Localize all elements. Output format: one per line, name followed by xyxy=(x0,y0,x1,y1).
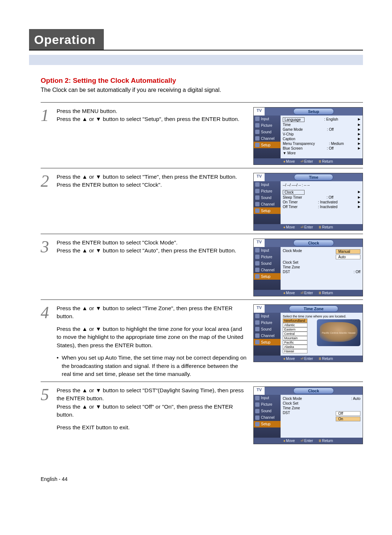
menu-sleep-timer[interactable]: Sleep Timer xyxy=(283,195,302,199)
step-2-line-1: Press the ▲ or ▼ button to select "Time"… xyxy=(57,173,248,181)
nav-input[interactable]: Input xyxy=(254,115,281,122)
step-4-text: Press the ▲ or ▼ button to select "Time … xyxy=(57,304,253,378)
step-number: 5 xyxy=(41,386,57,444)
step-number: 3 xyxy=(41,239,57,296)
menu-clock-set[interactable]: Clock Set xyxy=(283,401,298,405)
nav-sound[interactable]: Sound xyxy=(254,129,281,135)
step-1: 1 Press the MENU button. Press the ▲ or … xyxy=(41,102,363,168)
option-manual[interactable]: Manual xyxy=(336,249,360,254)
nav-setup[interactable]: Setup xyxy=(254,421,281,427)
step-4-line-1: Press the ▲ or ▼ button to select "Time … xyxy=(57,304,248,321)
tz-atlantic[interactable]: Atlantic xyxy=(283,323,307,327)
menu-time[interactable]: Time xyxy=(283,123,291,127)
nav-setup[interactable]: Setup xyxy=(254,142,281,148)
page-title: Operation xyxy=(29,29,104,50)
osd-time: TV Time Input Picture Sound Channel Setu… xyxy=(253,173,363,231)
menu-clock-mode[interactable]: Clock Mode xyxy=(283,397,302,401)
osd-title: Setup xyxy=(293,108,334,115)
step-5: 5 Press the ▲ or ▼ button to select "DST… xyxy=(41,381,363,447)
menu-time-zone[interactable]: Time Zone xyxy=(283,265,300,269)
option-auto[interactable]: Auto xyxy=(336,255,360,259)
osd-panel: Language: English▶ Time▶ Game Mode: Off▶… xyxy=(281,115,363,158)
osd-clock: TV Clock Input Picture Sound Channel Set… xyxy=(253,239,363,296)
nav-channel[interactable]: Channel xyxy=(254,414,281,421)
nav-input[interactable]: Input xyxy=(254,395,281,401)
nav-picture[interactable]: Picture xyxy=(254,122,281,129)
nav-sound[interactable]: Sound xyxy=(254,260,281,267)
step-3-line-1: Press the ENTER button to select "Clock … xyxy=(57,239,248,247)
step-1-text: Press the MENU button. Press the ▲ or ▼ … xyxy=(57,107,253,165)
osd-source: TV xyxy=(254,108,265,115)
nav-setup[interactable]: Setup xyxy=(254,207,281,214)
nav-sound[interactable]: Sound xyxy=(254,408,281,414)
osd-title: Clock xyxy=(293,240,334,246)
nav-picture[interactable]: Picture xyxy=(254,319,281,326)
nav-picture[interactable]: Picture xyxy=(254,188,281,194)
menu-clock-mode[interactable]: Clock Mode xyxy=(283,249,302,260)
osd-source: TV xyxy=(254,239,265,247)
tz-hint: Select the time zone where you are locat… xyxy=(283,315,346,318)
menu-clock-set[interactable]: Clock Set xyxy=(283,260,298,264)
nav-input[interactable]: Input xyxy=(254,247,281,254)
step-4-note: When you set up Auto Time, the set time … xyxy=(57,354,248,378)
step-5-line-1: Press the ▲ or ▼ button to select "DST"(… xyxy=(57,386,248,403)
step-3: 3 Press the ENTER button to select "Cloc… xyxy=(41,234,363,299)
nav-setup[interactable]: Setup xyxy=(254,273,281,280)
step-2-text: Press the ▲ or ▼ button to select "Time"… xyxy=(57,173,253,231)
step-number: 2 xyxy=(41,173,57,231)
nav-sound[interactable]: Sound xyxy=(254,326,281,332)
step-4: 4 Press the ▲ or ▼ button to select "Tim… xyxy=(41,299,363,381)
step-4-line-2: Press the ▲ or ▼ button to highlight the… xyxy=(57,325,248,349)
nav-setup[interactable]: Setup xyxy=(254,339,281,345)
tz-mountain[interactable]: Mountain xyxy=(283,336,307,340)
page-number: English - 44 xyxy=(29,476,363,482)
nav-input[interactable]: Input xyxy=(254,181,281,188)
menu-dst[interactable]: DST xyxy=(283,411,290,422)
nav-channel[interactable]: Channel xyxy=(254,135,281,142)
step-3-line-2: Press the ▲ or ▼ button to select "Auto"… xyxy=(57,247,248,255)
nav-channel[interactable]: Channel xyxy=(254,332,281,339)
menu-clock[interactable]: Clock xyxy=(283,190,305,195)
osd-setup: TV Setup Input Picture Sound Channel Set… xyxy=(253,107,363,165)
menu-vchip[interactable]: V-Chip xyxy=(283,132,294,136)
nav-channel[interactable]: Channel xyxy=(254,201,281,207)
tz-alaska[interactable]: Alaska xyxy=(283,345,307,349)
step-1-line-2: Press the ▲ or ▼ button to select "Setup… xyxy=(57,115,248,123)
option-on[interactable]: On xyxy=(336,417,360,421)
osd-title: Time xyxy=(294,174,333,181)
osd-time-zone: TV Time Zone Input Picture Sound Channel… xyxy=(253,304,363,362)
nav-sound[interactable]: Sound xyxy=(254,194,281,201)
menu-game-mode[interactable]: Game Mode xyxy=(283,127,303,131)
osd-title: Clock xyxy=(293,388,334,394)
tz-hawaii[interactable]: Hawaii xyxy=(283,349,307,353)
tz-pacific[interactable]: Pacific xyxy=(283,340,307,345)
tz-central[interactable]: Central xyxy=(283,332,307,336)
menu-time-zone[interactable]: Time Zone xyxy=(283,406,300,410)
nav-channel[interactable]: Channel xyxy=(254,267,281,273)
time-current: --/ --/ ----/ -- : -- -- xyxy=(283,183,310,187)
option-title: Option 2: Setting the Clock Automaticall… xyxy=(41,77,363,85)
menu-off-timer[interactable]: Off Timer xyxy=(283,205,298,209)
step-number: 4 xyxy=(41,304,57,378)
nav-picture[interactable]: Picture xyxy=(254,401,281,408)
tz-eastern[interactable]: Eastern xyxy=(283,327,307,332)
menu-language[interactable]: Language xyxy=(283,117,305,122)
nav-picture[interactable]: Picture xyxy=(254,254,281,260)
osd-source: TV xyxy=(254,387,265,395)
menu-transparency[interactable]: Menu Transparency xyxy=(283,142,315,146)
menu-dst[interactable]: DST xyxy=(283,270,290,274)
menu-on-timer[interactable]: On Timer xyxy=(283,200,298,204)
step-2: 2 Press the ▲ or ▼ button to select "Tim… xyxy=(41,168,363,234)
nav-input[interactable]: Input xyxy=(254,313,281,319)
menu-blue-screen[interactable]: Blue Screen xyxy=(283,146,302,150)
tz-newfoundland[interactable]: Newfoundland xyxy=(283,319,307,323)
step-5-line-2: Press the ▲ or ▼ button to select "Off" … xyxy=(57,403,248,419)
menu-more[interactable]: ▼ More xyxy=(283,151,295,155)
osd-title: Time Zone xyxy=(289,305,339,312)
option-off[interactable]: Off xyxy=(336,411,360,416)
osd-clock-dst: TV Clock Input Picture Sound Channel Set… xyxy=(253,386,363,444)
menu-caption[interactable]: Caption xyxy=(283,137,295,141)
accent-bar xyxy=(29,55,363,65)
step-5-text: Press the ▲ or ▼ button to select "DST"(… xyxy=(57,386,253,444)
option-intro: The Clock can be set automatically if yo… xyxy=(41,87,363,93)
